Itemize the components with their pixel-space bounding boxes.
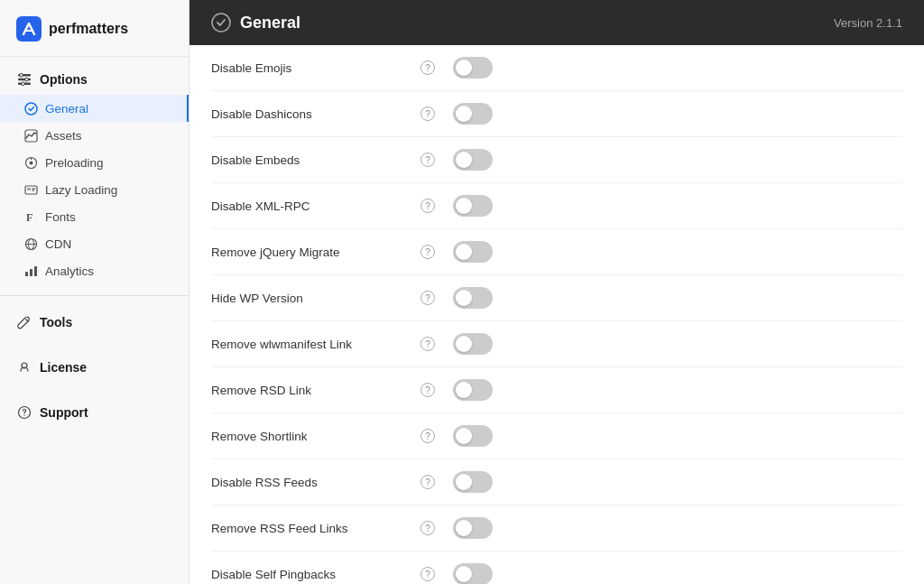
fonts-label: Fonts — [45, 210, 76, 224]
lazy-loading-icon — [23, 182, 38, 197]
toggle-remove-rss-feed-links[interactable] — [453, 517, 493, 539]
svg-rect-0 — [16, 16, 42, 42]
setting-label-remove-rss-feed-links: Remove RSS Feed Links — [211, 522, 410, 535]
toggle-remove-shortlink[interactable] — [453, 425, 493, 447]
svg-rect-21 — [30, 269, 32, 276]
help-icon-disable-embeds[interactable]: ? — [420, 153, 435, 167]
sidebar-options-section: Options General Assets — [0, 57, 189, 292]
toggle-disable-dashicons[interactable] — [453, 103, 493, 125]
tools-label: Tools — [40, 315, 72, 329]
help-icon-disable-self-pingbacks[interactable]: ? — [420, 567, 435, 581]
help-icon-remove-rsd-link[interactable]: ? — [420, 383, 435, 397]
sidebar-item-analytics[interactable]: Analytics — [0, 257, 189, 284]
svg-rect-20 — [25, 272, 28, 276]
sidebar-item-fonts[interactable]: F Fonts — [0, 203, 189, 230]
setting-label-remove-rsd-link: Remove RSD Link — [211, 384, 410, 397]
setting-label-disable-xml-rpc: Disable XML-RPC — [211, 199, 410, 213]
sidebar: perfmatters Options — [0, 0, 189, 584]
setting-label-disable-emojis: Disable Emojis — [211, 61, 410, 75]
setting-row-disable-self-pingbacks: Disable Self Pingbacks? — [211, 552, 902, 584]
setting-label-hide-wp-version: Hide WP Version — [211, 292, 410, 305]
sidebar-divider-1 — [0, 295, 189, 296]
svg-rect-4 — [20, 74, 23, 78]
assets-label: Assets — [45, 129, 82, 143]
toggle-remove-rsd-link[interactable] — [453, 379, 493, 401]
fonts-icon: F — [23, 209, 38, 224]
setting-label-disable-embeds: Disable Embeds — [211, 153, 410, 167]
svg-rect-2 — [18, 79, 31, 81]
toggle-disable-xml-rpc[interactable] — [453, 195, 493, 217]
help-icon-disable-emojis[interactable]: ? — [420, 60, 435, 75]
sidebar-item-cdn[interactable]: CDN — [0, 230, 189, 257]
svg-point-27 — [23, 414, 24, 415]
setting-row-disable-rss-feeds: Disable RSS Feeds? — [211, 459, 902, 505]
general-label: General — [45, 102, 88, 116]
toggle-remove-jquery-migrate[interactable] — [453, 241, 493, 263]
toggle-hide-wp-version[interactable] — [453, 287, 493, 309]
sidebar-item-general[interactable]: General — [0, 95, 189, 122]
app-logo: perfmatters — [0, 0, 189, 57]
setting-label-disable-self-pingbacks: Disable Self Pingbacks — [211, 568, 410, 581]
setting-row-disable-dashicons: Disable Dashicons? — [211, 91, 902, 137]
analytics-icon — [23, 264, 38, 278]
setting-row-remove-rss-feed-links: Remove RSS Feed Links? — [211, 505, 902, 552]
svg-rect-12 — [25, 186, 37, 194]
toggle-disable-emojis[interactable] — [453, 57, 493, 79]
preloading-label: Preloading — [45, 156, 104, 170]
preloading-icon — [23, 155, 38, 170]
page-title: General — [240, 14, 300, 32]
help-icon-remove-wlwmanifest-link[interactable]: ? — [420, 337, 435, 351]
help-icon-disable-xml-rpc[interactable]: ? — [420, 199, 435, 213]
sidebar-item-preloading[interactable]: Preloading — [0, 149, 189, 176]
main-panel: General Version 2.1.1 Disable Emojis?Dis… — [189, 0, 924, 584]
logo-icon — [16, 16, 42, 42]
sidebar-support-section: Support — [0, 390, 189, 435]
sidebar-item-support[interactable]: Support — [0, 397, 189, 428]
version-label: Version 2.1.1 — [834, 16, 902, 30]
toggle-remove-wlwmanifest-link[interactable] — [453, 333, 493, 355]
tools-icon — [16, 314, 32, 330]
sidebar-license-section: License — [0, 345, 189, 390]
support-label: Support — [40, 405, 88, 420]
svg-rect-5 — [25, 78, 28, 81]
svg-text:F: F — [26, 211, 32, 224]
sidebar-item-lazy-loading[interactable]: Lazy Loading — [0, 176, 189, 203]
help-icon-remove-jquery-migrate[interactable]: ? — [420, 245, 435, 259]
setting-row-remove-wlwmanifest-link: Remove wlwmanifest Link? — [211, 321, 902, 367]
setting-label-remove-jquery-migrate: Remove jQuery Migrate — [211, 246, 410, 259]
help-icon-disable-rss-feeds[interactable]: ? — [420, 475, 435, 489]
setting-row-remove-shortlink: Remove Shortlink? — [211, 413, 902, 459]
header-left: General — [211, 13, 300, 32]
toggle-disable-rss-feeds[interactable] — [453, 471, 493, 493]
sidebar-item-tools[interactable]: Tools — [0, 307, 189, 338]
options-icon — [16, 71, 32, 88]
help-icon-disable-dashicons[interactable]: ? — [420, 107, 435, 121]
sidebar-tools-section: Tools — [0, 300, 189, 345]
cdn-label: CDN — [45, 237, 71, 251]
cdn-icon — [23, 236, 38, 251]
toggle-disable-embeds[interactable] — [453, 149, 493, 171]
setting-row-disable-embeds: Disable Embeds? — [211, 137, 902, 183]
sidebar-item-options[interactable]: Options — [0, 64, 189, 95]
svg-rect-6 — [22, 82, 24, 86]
sidebar-item-assets[interactable]: Assets — [0, 122, 189, 149]
setting-row-remove-jquery-migrate: Remove jQuery Migrate? — [211, 229, 902, 275]
help-icon-hide-wp-version[interactable]: ? — [420, 291, 435, 305]
options-label: Options — [40, 72, 88, 87]
analytics-label: Analytics — [45, 264, 94, 278]
setting-row-hide-wp-version: Hide WP Version? — [211, 275, 902, 321]
setting-row-disable-emojis: Disable Emojis? — [211, 45, 902, 91]
setting-row-disable-xml-rpc: Disable XML-RPC? — [211, 183, 902, 229]
setting-row-remove-rsd-link: Remove RSD Link? — [211, 367, 902, 413]
toggle-disable-self-pingbacks[interactable] — [453, 563, 493, 584]
assets-icon — [23, 128, 38, 143]
general-header-icon — [211, 13, 231, 32]
general-icon — [23, 101, 38, 116]
support-icon — [16, 404, 32, 421]
help-icon-remove-shortlink[interactable]: ? — [420, 429, 435, 443]
help-icon-remove-rss-feed-links[interactable]: ? — [420, 521, 435, 535]
svg-line-23 — [26, 320, 29, 322]
app-name: perfmatters — [49, 21, 128, 37]
sidebar-item-license[interactable]: License — [0, 352, 189, 383]
license-icon — [16, 359, 32, 375]
